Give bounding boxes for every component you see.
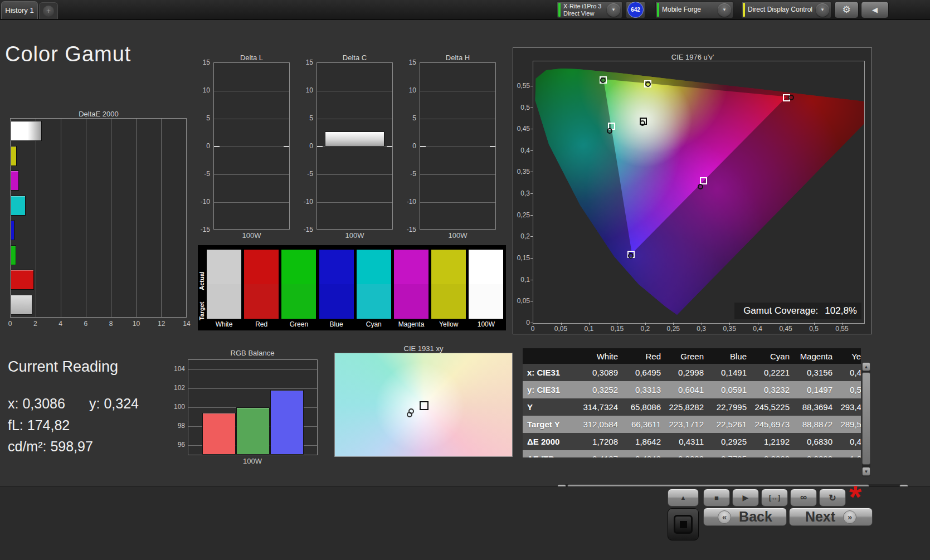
step-button[interactable]: [↔] <box>761 489 788 507</box>
deltae-bar-cyan <box>11 196 26 216</box>
axis-tick-label: 5 <box>296 114 313 122</box>
tick-mark <box>530 150 533 151</box>
table-cell: 65,8086 <box>624 398 666 416</box>
table-cell: 0,2221 <box>752 364 795 381</box>
continuous-mode-button[interactable]: ∞ <box>790 489 817 507</box>
infinity-icon: ∞ <box>800 492 807 503</box>
collapse-panel-button[interactable]: ◀ <box>861 1 889 18</box>
gridline <box>111 119 111 317</box>
delta-chart-x-label: 100W <box>449 231 468 240</box>
display-control-dropdown[interactable]: Direct Display Control ▼ <box>741 1 831 18</box>
refresh-button[interactable]: ↻ <box>819 489 846 507</box>
scroll-down-icon: ▼ <box>864 469 869 474</box>
deltae-bar-blue <box>11 220 14 240</box>
swatch-label: Magenta <box>394 320 429 328</box>
stop-button[interactable]: ■ <box>703 489 730 507</box>
deltae-bar-magenta <box>11 171 19 191</box>
play-button[interactable]: ▶ <box>732 489 759 507</box>
plus-icon: + <box>43 6 54 17</box>
axis-tick-label: 0 <box>513 319 530 327</box>
table-cell: 314,7324 <box>581 398 624 416</box>
source-dropdown[interactable]: Mobile Forge ▼ <box>655 1 733 18</box>
table-cell: 289,5323 <box>838 416 861 433</box>
swatch-actual-white <box>207 250 241 284</box>
tick-mark <box>702 323 702 325</box>
gridline <box>136 119 137 317</box>
tab-history-1[interactable]: History 1 <box>1 1 38 19</box>
table-row[interactable]: Y314,732465,8086225,828222,7995245,52258… <box>523 398 861 416</box>
table-cell: 0,4979 <box>838 433 861 450</box>
reading-x: x: 0,3086 <box>8 396 65 412</box>
meter-count-badge[interactable]: 642 <box>626 1 645 18</box>
swatch-actual-green <box>281 250 316 284</box>
meter-dropdown[interactable]: X-Rite i1Pro 3 Direct View ▼ <box>557 1 622 18</box>
reading-y: y: 0,324 <box>89 396 139 412</box>
axis-tick-label: -15 <box>400 226 416 233</box>
zero-tick <box>284 146 289 147</box>
axis-tick-label: 0,05 <box>554 325 567 333</box>
table-cell: 2,0033 <box>666 450 709 457</box>
tick-mark <box>530 172 533 172</box>
window-pattern-icon <box>674 515 693 534</box>
gamut-coverage-readout: Gamut Coverage: 102,8% <box>734 303 861 319</box>
axis-tick-label: 98 <box>167 422 185 430</box>
axis-tick-label: 10 <box>296 86 313 94</box>
zero-tick <box>387 146 392 147</box>
swatch-actual-magenta <box>394 250 429 284</box>
deltae-bar-100w <box>11 121 42 141</box>
axis-tick-label: 0 <box>8 320 12 328</box>
swatch-target-yellow <box>431 284 466 319</box>
back-button[interactable]: « Back <box>703 508 787 526</box>
gridline <box>317 147 392 147</box>
table-cell: 0,2925 <box>709 433 752 450</box>
swatch-label: Yellow <box>431 320 466 328</box>
table-cell: 0,3313 <box>624 381 666 398</box>
scroll-down-button[interactable]: ▼ <box>862 467 870 476</box>
tick-mark <box>786 323 786 325</box>
table-header-Blue: Blue <box>709 348 752 364</box>
deltae-bar-yellow <box>11 146 17 166</box>
table-row[interactable]: y: CIE310,32520,33130,60410,05910,32320,… <box>523 381 861 398</box>
pattern-window-button[interactable] <box>668 508 699 540</box>
axis-tick-label: 15 <box>296 59 313 66</box>
gridline <box>61 119 61 317</box>
current-reading-heading: Current Reading <box>8 358 118 376</box>
table-cell: 0,2998 <box>666 364 709 381</box>
table-cell: 0,0591 <box>709 381 752 398</box>
source-label: Mobile Forge <box>662 6 718 13</box>
tick-mark <box>530 301 533 301</box>
asterisk-icon: * <box>849 480 862 514</box>
axis-tick-label: 104 <box>167 365 185 373</box>
table-row[interactable]: x: CIE310,30890,64950,29980,14910,22210,… <box>523 364 861 381</box>
play-icon: ▶ <box>743 493 749 502</box>
actual-marker-red <box>788 95 794 100</box>
scroll-up-button[interactable]: ▲ <box>862 362 870 371</box>
chart-title-delta_h: Delta H <box>446 53 470 62</box>
chevron-down-icon: ▼ <box>816 3 829 17</box>
axis-tick-label: -15 <box>296 226 313 233</box>
gridline <box>161 119 162 317</box>
settings-button[interactable]: ⚙ <box>834 1 859 18</box>
table-cell: 22,7995 <box>709 398 752 416</box>
axis-tick-label: 0,05 <box>513 297 530 305</box>
gridline <box>317 119 392 119</box>
table-cell: 0,5075 <box>838 381 861 398</box>
cie1976-chromaticity-diagram <box>533 61 865 324</box>
table-cell: 293,4363 <box>838 398 861 416</box>
gridline <box>317 174 392 175</box>
vertical-scroll-thumb[interactable] <box>862 372 870 465</box>
axis-tick-label: 0 <box>296 142 313 150</box>
axis-tick-label: 0,2 <box>640 325 650 333</box>
back-arrow-icon: « <box>718 510 731 524</box>
pattern-window-up-button[interactable]: ▲ <box>668 489 699 507</box>
table-row[interactable]: ΔE 20001,72081,86420,43110,29251,21920,6… <box>523 433 861 450</box>
axis-tick-label: 0,3 <box>697 325 706 333</box>
add-tab-button[interactable]: + <box>39 2 58 19</box>
swatch-label: Red <box>244 320 279 328</box>
table-cell: 3,0233 <box>795 450 838 457</box>
table-row[interactable]: Target Y312,058466,3611223,171222,526124… <box>523 416 861 433</box>
table-row[interactable]: ΔE ITP2,41370,43432,00332,77352,23623,02… <box>523 450 861 457</box>
axis-tick-label: 14 <box>183 320 190 328</box>
tick-mark <box>530 215 533 216</box>
swatch-target-cyan <box>357 284 391 319</box>
